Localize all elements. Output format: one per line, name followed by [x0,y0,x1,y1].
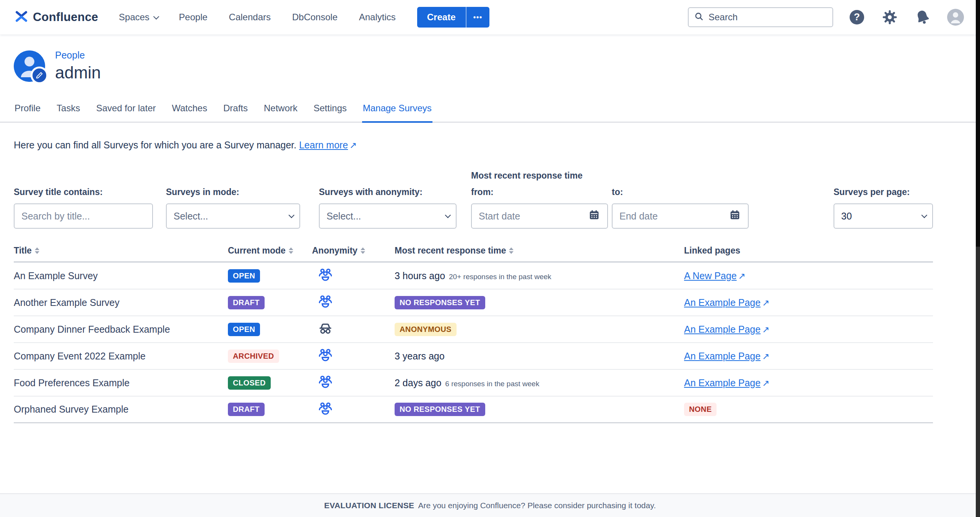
chevron-down-icon [153,13,159,20]
linked-page-link[interactable]: An Example Page [684,324,761,335]
to-date-field [612,203,749,229]
title-filter-input[interactable] [21,211,145,222]
anonymity-select[interactable]: Select... [319,203,457,229]
tab-network[interactable]: Network [263,99,298,123]
incognito-anonymity-icon [312,320,395,339]
surveys-table-header: Title Current mode Anonymity Most recent… [14,245,933,263]
linked-page-cell: An Example Page↗ [684,297,933,308]
column-header-anonymity[interactable]: Anonymity [312,245,395,256]
linked-page-cell: NONE [684,403,933,416]
calendar-icon[interactable] [588,209,600,223]
status-badge-open: OPEN [228,323,260,336]
response-cell: 3 hours ago20+ responses in the past wee… [395,270,684,281]
column-header-current-mode[interactable]: Current mode [228,245,312,256]
from-date-field [471,203,608,229]
page-header-text: People admin [55,50,101,82]
to-date-input[interactable] [619,211,725,222]
response-cell: ANONYMOUS [395,323,684,336]
create-more-button[interactable]: ••• [466,7,489,28]
to-label: to: [612,187,749,197]
menu-item-people[interactable]: People [179,12,208,23]
survey-title: Company Dinner Feedback Example [14,324,228,335]
title-filter-label: Survey title contains: [14,187,153,197]
group-anonymity-icon [312,373,395,392]
table-row: Another Example Survey DRAFT NO RESPONSE… [14,289,933,316]
global-search[interactable] [688,7,833,27]
column-header-response-time[interactable]: Most recent response time [395,245,684,256]
status-badge-closed: CLOSED [228,376,271,390]
response-cell: NO RESPONSES YET [395,296,684,309]
svg-text:?: ? [854,11,860,23]
linked-page-link[interactable]: A New Page [684,270,737,281]
survey-title: Orphaned Survey Example [14,404,228,415]
tab-tasks[interactable]: Tasks [56,99,81,123]
table-row: Food Preferences Example CLOSED 2 days a… [14,370,933,397]
profile-avatar[interactable] [14,50,45,82]
table-row: Company Event 2022 Example ARCHIVED 3 ye… [14,343,933,370]
chevron-down-icon [289,212,295,218]
edit-avatar-icon[interactable] [31,67,48,84]
status-badge-draft: DRAFT [228,403,265,416]
response-cell: 2 days ago6 responses in the past week [395,377,684,389]
response-cell: NO RESPONSES YET [395,403,684,416]
calendar-icon[interactable] [729,209,741,223]
per-page-label: Surveys per page: [834,187,933,197]
column-header-title[interactable]: Title [14,245,228,256]
tab-watches[interactable]: Watches [171,99,208,123]
sort-icon [289,247,293,254]
menu-item-dbconsole[interactable]: DbConsole [292,12,338,23]
scrollbar-thumb[interactable] [976,0,980,247]
status-badge-open: OPEN [228,269,260,283]
settings-gear-icon[interactable] [881,8,899,26]
create-button[interactable]: Create [417,7,466,28]
breadcrumb-people[interactable]: People [55,50,101,61]
group-anonymity-icon [312,400,395,419]
menu-item-analytics[interactable]: Analytics [359,12,396,23]
external-link-icon: ↗ [762,325,769,335]
linked-page-link[interactable]: An Example Page [684,377,761,388]
anonymity-filter-label: Surveys with anonymity: [319,187,457,197]
group-anonymity-icon [312,346,395,366]
user-avatar[interactable] [946,8,965,26]
help-icon[interactable]: ? [848,8,866,26]
tab-manage-surveys[interactable]: Manage Surveys [362,99,432,123]
survey-title: An Example Survey [14,270,228,281]
chevron-down-icon [445,212,451,218]
from-date-input[interactable] [479,211,584,222]
tab-settings[interactable]: Settings [313,99,348,123]
page-title: admin [55,63,101,82]
per-page-select[interactable]: 30 [834,203,933,229]
group-anonymity-icon [312,266,395,285]
mode-cell: OPEN [228,323,312,336]
none-badge: NONE [684,403,717,416]
vertical-scrollbar[interactable] [976,0,980,517]
learn-more-link[interactable]: Learn more [299,140,348,150]
search-input[interactable] [709,12,827,23]
confluence-logo[interactable]: Confluence [15,10,98,25]
recent-response-time-group: Most recent response time from: [471,171,749,229]
linked-page-cell: An Example Page↗ [684,351,933,362]
linked-page-cell: An Example Page↗ [684,377,933,389]
linked-page-link[interactable]: An Example Page [684,297,761,308]
external-link-icon: ↗ [762,351,769,361]
external-link-icon: ↗ [762,378,769,388]
notifications-bell-icon[interactable] [913,8,932,26]
main-content: Here you can find all Surveys for which … [14,140,933,423]
tab-profile[interactable]: Profile [14,99,41,123]
survey-title: Company Event 2022 Example [14,351,228,362]
no-responses-badge: NO RESPONSES YET [395,296,485,309]
menu-item-spaces[interactable]: Spaces [119,12,158,23]
sort-icon [361,247,365,254]
tab-drafts[interactable]: Drafts [223,99,249,123]
response-cell: 3 years ago [395,351,684,362]
mode-cell: ARCHIVED [228,350,312,363]
tab-saved-for-later[interactable]: Saved for later [95,99,156,123]
menu-item-calendars[interactable]: Calendars [229,12,271,23]
table-row: Orphaned Survey Example DRAFT NO RESPONS… [14,397,933,423]
external-link-icon: ↗ [349,140,357,150]
brand-name: Confluence [33,10,98,24]
group-anonymity-icon [312,293,395,312]
mode-select[interactable]: Select... [166,203,300,229]
external-link-icon: ↗ [762,298,769,308]
linked-page-link[interactable]: An Example Page [684,351,761,361]
